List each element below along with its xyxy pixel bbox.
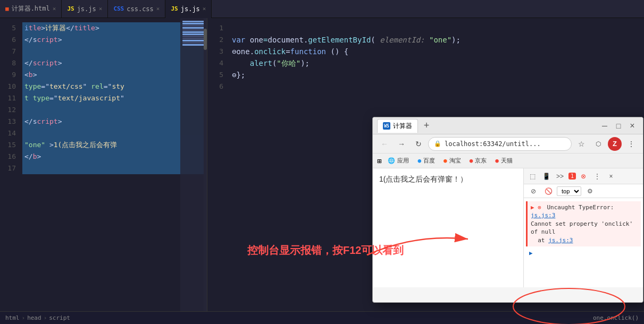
right-code-line-5: ⊖}; [230, 69, 644, 81]
devtools-context-select[interactable]: top [557, 186, 581, 196]
minimap-content [180, 18, 207, 48]
minimap-line [182, 42, 205, 44]
left-code-area: 5 6 7 8 9 10 11 12 13 14 15 16 17 itle>计… [0, 18, 207, 311]
line-num-7: 7 [0, 46, 16, 57]
apps-icon[interactable]: ⊞ [377, 157, 381, 165]
html-icon: ■ [5, 5, 9, 12]
devtools-device-button[interactable]: 📱 [540, 170, 553, 183]
browser-extensions-button[interactable]: ⬡ [591, 137, 606, 151]
devtools-panel: ⬚ 📱 >> 1 ⊗ ⋮ × ⊘ 🚫 top ⚙ ▶ ⊗ Uncaught Ty… [523, 168, 643, 287]
devtools-filter-btn1[interactable]: ⊘ [527, 185, 540, 198]
devtools-filter-row: ⊘ 🚫 top ⚙ [524, 184, 643, 198]
tab-css-close[interactable]: × [156, 5, 160, 12]
console-error-entry: ▶ ⊗ Uncaught TypeError: js.js:3 Cannot s… [526, 201, 641, 246]
code-line-16: </b> [22, 151, 207, 163]
url-text: localhost:63342/untitl... [445, 140, 541, 148]
error-text-1: Uncaught TypeError: [547, 204, 614, 211]
code-line-17 [22, 163, 207, 174]
minimap-line [182, 31, 205, 33]
code-line-13: </script> [22, 116, 207, 127]
browser-bookmarks-bar: ⊞ 🌐 应用 ● 百度 ● 淘宝 ● 京东 ● 天猫 [373, 154, 643, 168]
right-code-line-2: var one=document.getElementById( element… [230, 34, 644, 46]
scrollbar-thumb [204, 29, 207, 50]
browser-bookmark-button[interactable]: ☆ [574, 137, 589, 151]
browser-minimize-button[interactable]: ─ [598, 120, 611, 132]
bookmark-baidu-icon: ● [417, 157, 421, 164]
browser-new-tab-button[interactable]: + [420, 120, 433, 132]
browser-active-tab[interactable]: WS 计算器 [377, 119, 418, 133]
browser-refresh-button[interactable]: ↻ [411, 137, 426, 151]
devtools-filter-btn2[interactable]: 🚫 [542, 185, 555, 198]
breadcrumb: html › head › script [5, 314, 70, 321]
devtools-inspect-button[interactable]: ⬚ [526, 170, 539, 183]
breadcrumb-sep-2: › [44, 314, 47, 321]
bookmark-apps[interactable]: 🌐 应用 [386, 156, 411, 166]
bookmark-jingdong[interactable]: ● 京东 [467, 156, 489, 166]
bookmark-taobao-icon: ● [444, 157, 447, 164]
devtools-close-button[interactable]: × [605, 170, 617, 183]
tab-js1-close[interactable]: × [99, 5, 103, 12]
browser-content-area: 1(点击我之后会有弹窗！） ⬚ 📱 >> 1 ⊗ ⋮ × ⊘ 🚫 top ⚙ [373, 168, 643, 287]
left-editor-pane: 5 6 7 8 9 10 11 12 13 14 15 16 17 itle>计… [0, 18, 207, 311]
right-code-line-1 [230, 22, 644, 34]
browser-tab-area: WS 计算器 + [377, 119, 595, 133]
tab-html-close[interactable]: × [53, 5, 56, 12]
devtools-options-button[interactable]: ⋮ [591, 170, 604, 183]
address-bar[interactable]: 🔒 localhost:63342/untitl... [428, 137, 572, 151]
tab-html[interactable]: ■ 计算器.html × [0, 0, 62, 18]
bookmark-taobao[interactable]: ● 淘宝 [441, 156, 463, 166]
bookmark-tianmao[interactable]: ● 天猫 [493, 156, 515, 166]
tab-html-label: 计算器.html [12, 4, 50, 13]
code-line-8: </script> [22, 57, 207, 69]
browser-profile-button[interactable]: Z [608, 137, 622, 151]
browser-maximize-button[interactable]: □ [612, 120, 625, 132]
annotation-label: 控制台显示报错，按F12可以看到 [247, 243, 404, 258]
code-line-15: "one" >1(点击我之后会有弹 [22, 139, 207, 151]
tab-css[interactable]: CSS css.css × [108, 0, 165, 18]
annotation-text-content: 控制台显示报错，按F12可以看到 [247, 244, 404, 256]
css-icon: CSS [113, 5, 124, 12]
line-num-9: 9 [0, 69, 16, 81]
left-scrollbar[interactable] [204, 18, 207, 311]
error-link-2[interactable]: js.js:3 [548, 237, 573, 244]
error-icon: ▶ ⊗ [531, 204, 541, 211]
tab-js2[interactable]: JS js.js × [165, 0, 212, 18]
code-line-11: t type="text/javascript" [22, 92, 207, 104]
bookmark-tianmao-label: 天猫 [501, 157, 513, 165]
right-code-line-6 [230, 81, 644, 92]
browser-back-button[interactable]: ← [377, 137, 392, 151]
browser-tab-icon: WS [383, 122, 390, 130]
devtools-more-tools-button[interactable]: >> [554, 170, 566, 183]
breadcrumb-sep-1: › [22, 314, 26, 321]
browser-forward-button[interactable]: → [394, 137, 409, 151]
devtools-clear-button[interactable]: ⊗ [577, 170, 590, 183]
bookmark-apps-label: 应用 [397, 157, 409, 165]
minimap-line [182, 40, 205, 41]
tab-js1[interactable]: JS js.js × [62, 0, 108, 18]
devtools-toolbar: ⬚ 📱 >> 1 ⊗ ⋮ × [524, 168, 643, 184]
breadcrumb-head: head [27, 314, 41, 321]
error-link-1[interactable]: js.js:3 [531, 212, 555, 219]
right-line-num-4: 4 [207, 57, 223, 69]
devtools-console: ▶ ⊗ Uncaught TypeError: js.js:3 Cannot s… [524, 198, 643, 287]
browser-navbar: ← → ↻ 🔒 localhost:63342/untitl... ☆ ⬡ Z … [373, 134, 643, 154]
browser-window-controls: ─ □ × [598, 120, 639, 132]
bookmark-baidu[interactable]: ● 百度 [415, 156, 437, 166]
left-code-content[interactable]: itle>计算器</title> </script> </script> <b>… [20, 18, 207, 311]
browser-menu-button[interactable]: ⋮ [624, 137, 639, 151]
code-line-9: <b> [22, 69, 207, 81]
browser-close-button[interactable]: × [626, 120, 639, 132]
devtools-settings-button[interactable]: ⚙ [583, 185, 596, 198]
tab-js2-close[interactable]: × [203, 5, 206, 12]
code-line-14 [22, 127, 207, 139]
console-expand-arrow[interactable]: ▶ [526, 248, 641, 259]
line-num-17: 17 [0, 163, 16, 174]
minimap-line [182, 27, 205, 29]
minimap [180, 18, 207, 311]
status-bar: html › head › script one.onclick() [0, 311, 644, 324]
tab-bar: ■ 计算器.html × JS js.js × CSS css.css × JS… [0, 0, 644, 18]
tab-js1-label: js.js [77, 5, 96, 13]
bookmark-apps-icon: 🌐 [388, 157, 395, 164]
breadcrumb-html: html [5, 314, 20, 321]
code-line-12 [22, 104, 207, 116]
